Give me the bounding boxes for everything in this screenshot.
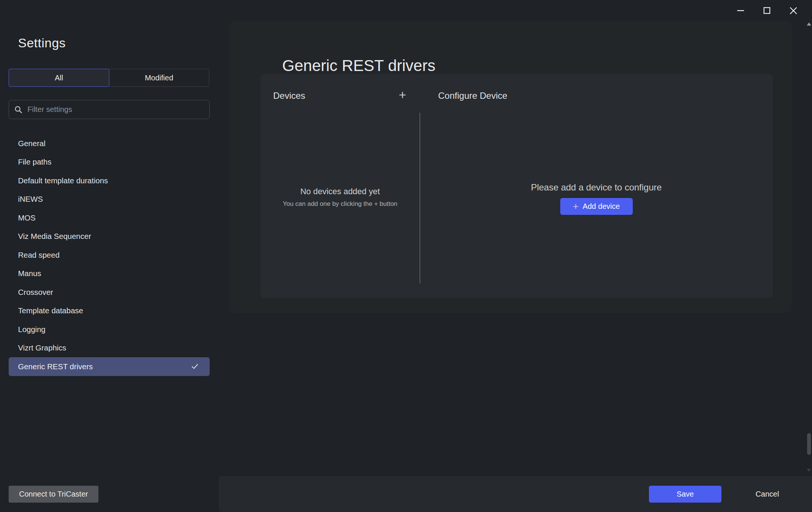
configure-header: Configure Device	[438, 91, 507, 101]
sidebar-item-crossover[interactable]: Crossover	[9, 283, 210, 302]
minimize-icon	[737, 10, 744, 11]
sidebar-item-vizrt-graphics[interactable]: Vizrt Graphics	[9, 339, 210, 358]
sidebar-item-label: MOS	[18, 213, 36, 222]
configure-empty-state: Please add a device to configure + Add d…	[420, 182, 773, 215]
scrollbar	[806, 0, 812, 512]
sidebar-item-general[interactable]: General	[9, 134, 210, 153]
add-device-plus-icon[interactable]: +	[399, 88, 406, 101]
section-title: Generic REST drivers	[282, 57, 435, 75]
sidebar-item-label: Logging	[18, 325, 45, 334]
devices-empty-state: No devices added yet You can add one by …	[260, 187, 420, 208]
check-icon	[191, 362, 199, 371]
tab-all[interactable]: All	[9, 69, 109, 87]
sidebar-item-read-speed[interactable]: Read speed	[9, 246, 210, 264]
sidebar-item-label: iNEWS	[18, 195, 43, 204]
devices-empty-title: No devices added yet	[260, 187, 420, 196]
rest-drivers-card: Devices + No devices added yet You can a…	[260, 74, 773, 298]
configure-column: Configure Device Please add a device to …	[420, 74, 773, 298]
sidebar-item-label: Vizrt Graphics	[18, 343, 66, 352]
scroll-down-arrow-icon[interactable]	[807, 469, 811, 472]
close-icon	[790, 7, 797, 14]
settings-nav: GeneralFile pathsDefault template durati…	[9, 134, 210, 376]
maximize-button[interactable]	[759, 3, 774, 18]
sidebar-item-file-paths[interactable]: File paths	[9, 153, 210, 172]
tab-modified[interactable]: Modified	[109, 69, 210, 87]
cancel-button[interactable]: Cancel	[743, 486, 792, 503]
sidebar-item-generic-rest-drivers[interactable]: Generic REST drivers	[9, 357, 210, 376]
sidebar-item-default-template-durations[interactable]: Default template durations	[9, 171, 210, 190]
sidebar-item-label: Crossover	[18, 288, 53, 297]
devices-header: Devices	[273, 91, 305, 101]
page-title: Settings	[18, 36, 66, 50]
sidebar-item-template-database[interactable]: Template database	[9, 302, 210, 320]
plus-icon: +	[573, 201, 578, 211]
sidebar-item-inews[interactable]: iNEWS	[9, 190, 210, 209]
sidebar-item-label: General	[18, 139, 45, 148]
sidebar-item-mos[interactable]: MOS	[9, 208, 210, 227]
add-device-button[interactable]: + Add device	[560, 198, 633, 215]
maximize-icon	[764, 7, 770, 14]
window-controls	[733, 3, 801, 18]
close-button[interactable]	[786, 3, 801, 18]
sidebar-item-label: Default template durations	[18, 176, 108, 185]
main-panel: Generic REST drivers Devices + No device…	[230, 21, 792, 313]
sidebar-item-label: Read speed	[18, 251, 60, 260]
devices-empty-subtitle: You can add one by clicking the + button	[260, 200, 420, 208]
configure-empty-title: Please add a device to configure	[420, 182, 773, 193]
sidebar-item-logging[interactable]: Logging	[9, 320, 210, 339]
sidebar-item-viz-media-sequencer[interactable]: Viz Media Sequencer	[9, 227, 210, 246]
scrollbar-thumb[interactable]	[807, 433, 811, 455]
minimize-button[interactable]	[733, 3, 748, 18]
sidebar-item-label: Manus	[18, 269, 41, 278]
sidebar-item-manus[interactable]: Manus	[9, 264, 210, 283]
settings-window: Settings All Modified GeneralFile pathsD…	[0, 0, 812, 512]
search-icon	[14, 106, 23, 114]
sidebar-item-label: Viz Media Sequencer	[18, 232, 91, 241]
scroll-up-arrow-icon[interactable]	[807, 23, 811, 26]
search-input[interactable]	[27, 105, 204, 114]
devices-column: Devices + No devices added yet You can a…	[260, 74, 420, 298]
footer-bar: Save Cancel	[219, 476, 812, 512]
save-button[interactable]: Save	[649, 486, 721, 503]
filter-settings-box	[9, 100, 210, 119]
sidebar-item-label: Generic REST drivers	[18, 362, 93, 371]
sidebar-item-label: File paths	[18, 157, 51, 166]
filter-tabs: All Modified	[9, 69, 209, 87]
sidebar-item-label: Template database	[18, 306, 83, 315]
connect-tricaster-button[interactable]: Connect to TriCaster	[9, 486, 98, 503]
add-device-button-label: Add device	[583, 202, 620, 211]
